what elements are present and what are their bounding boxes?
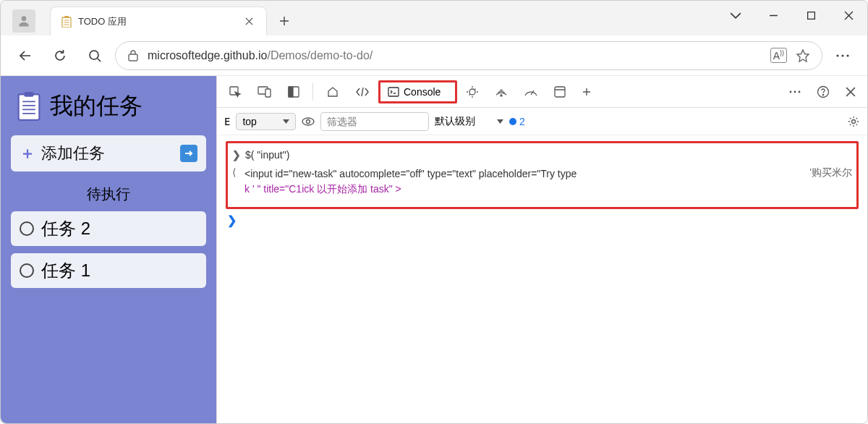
clipboard-icon [17, 91, 41, 122]
svg-line-42 [475, 88, 476, 90]
application-tab-icon[interactable] [547, 80, 573, 103]
svg-rect-22 [19, 94, 40, 119]
window-maximize-button[interactable] [792, 1, 830, 30]
tab-favicon-icon [61, 16, 72, 27]
console-tab[interactable]: Console [378, 80, 457, 103]
live-expression-icon[interactable] [302, 116, 315, 127]
svg-point-50 [790, 90, 792, 93]
svg-point-58 [302, 118, 314, 125]
console-settings-icon[interactable] [847, 115, 860, 128]
svg-rect-23 [24, 92, 33, 97]
address-bar[interactable]: microsoftedge.github.io/Demos/demo-to-do… [115, 41, 822, 70]
read-aloud-icon[interactable]: A)) [770, 48, 787, 63]
issues-indicator[interactable]: 2 [509, 116, 525, 127]
task-item[interactable]: 任务 1 [11, 253, 206, 288]
tab-title: TODO 应用 [78, 15, 236, 28]
profile-avatar[interactable] [12, 9, 35, 33]
svg-point-54 [822, 94, 823, 95]
more-button[interactable] [828, 41, 857, 70]
console-prompt[interactable]: ❯ [226, 209, 859, 227]
content-area: 我的任务 ＋ 添加任务 待执行 任务 2 任务 1 [1, 76, 867, 423]
task-text: 任务 1 [41, 259, 90, 282]
performance-tab-icon[interactable] [516, 81, 545, 103]
todo-app-panel: 我的任务 ＋ 添加任务 待执行 任务 2 任务 1 [1, 76, 216, 423]
elements-tab-icon[interactable] [348, 80, 377, 103]
svg-marker-18 [797, 50, 809, 62]
result-html: <input id="new-task" autocomplete="off" … [244, 166, 801, 197]
issue-dot-icon [509, 118, 516, 125]
svg-point-15 [90, 51, 98, 59]
console-toolbar: E top 默认级别 2 [217, 108, 867, 135]
new-tab-button[interactable] [273, 9, 296, 33]
task-text: 任务 2 [41, 217, 90, 240]
console-command-line: ❯ $( "input") [232, 146, 852, 164]
address-text: microsoftedge.github.io/Demos/demo-to-do… [148, 49, 762, 62]
sources-tab-icon[interactable] [459, 80, 486, 104]
devtools-help-button[interactable] [809, 80, 837, 104]
inspect-tool-icon[interactable] [221, 80, 249, 104]
window-controls [717, 1, 867, 30]
more-tabs-button[interactable] [574, 81, 599, 103]
svg-line-34 [362, 88, 363, 96]
svg-point-21 [846, 54, 848, 56]
plus-icon: ＋ [20, 143, 35, 164]
dock-side-icon[interactable] [281, 80, 307, 103]
tab-close-button[interactable] [242, 14, 256, 29]
favorite-icon[interactable] [796, 48, 810, 63]
svg-rect-33 [289, 87, 293, 97]
devtools-more-button[interactable] [782, 85, 808, 99]
window-chevron-button[interactable] [717, 1, 754, 30]
svg-point-52 [799, 90, 801, 93]
svg-point-51 [794, 90, 796, 93]
sidebar-toggle-icon[interactable]: E [224, 116, 230, 127]
search-button[interactable] [80, 41, 109, 70]
task-checkbox[interactable] [20, 221, 34, 236]
svg-point-19 [836, 54, 838, 56]
log-level-selector[interactable]: 默认级别 [435, 115, 503, 128]
window-close-button[interactable] [830, 1, 867, 30]
console-result-line[interactable]: ⟨ <input id="new-task" autocomplete="off… [232, 164, 852, 200]
svg-marker-60 [497, 119, 503, 124]
task-item[interactable]: 任务 2 [11, 211, 206, 246]
command-text: $( "input") [245, 149, 289, 161]
prompt-icon: ❯ [232, 149, 241, 161]
browser-tab[interactable]: TODO 应用 [50, 7, 267, 35]
svg-point-44 [501, 95, 502, 96]
window-minimize-button[interactable] [754, 1, 792, 30]
svg-marker-57 [283, 119, 289, 124]
svg-point-37 [469, 89, 475, 95]
todo-header: 我的任务 [11, 86, 206, 135]
context-selector[interactable]: top [236, 113, 295, 130]
svg-point-20 [841, 54, 843, 56]
back-button[interactable] [11, 41, 40, 70]
task-checkbox[interactable] [20, 263, 34, 278]
device-toggle-icon[interactable] [250, 80, 279, 103]
devtools-close-button[interactable] [838, 81, 863, 103]
welcome-tab-icon[interactable] [319, 80, 346, 104]
browser-nav-bar: microsoftedge.github.io/Demos/demo-to-do… [1, 35, 867, 76]
filter-input[interactable] [320, 112, 429, 131]
svg-rect-35 [388, 88, 399, 96]
svg-point-59 [306, 119, 310, 123]
svg-point-0 [22, 16, 27, 21]
divider [312, 83, 313, 101]
add-task-row[interactable]: ＋ 添加任务 [11, 135, 206, 171]
svg-rect-31 [265, 89, 271, 97]
refresh-button[interactable] [46, 41, 75, 70]
add-task-label: 添加任务 [41, 143, 174, 164]
console-tab-label: Console [404, 86, 441, 98]
devtools-tab-bar: Console [217, 76, 867, 108]
todo-title: 我的任务 [50, 90, 142, 122]
result-arrow-icon: ⟨ [232, 166, 236, 178]
console-body[interactable]: ❯ $( "input") ⟨ <input id="new-task" aut… [217, 135, 867, 423]
svg-rect-11 [807, 12, 814, 19]
pending-section-label: 待执行 [11, 171, 206, 211]
svg-line-16 [98, 59, 101, 62]
svg-rect-2 [64, 16, 69, 18]
highlighted-console-region: ❯ $( "input") ⟨ <input id="new-task" aut… [226, 141, 859, 209]
network-tab-icon[interactable] [488, 80, 515, 103]
submit-arrow-button[interactable] [180, 145, 197, 162]
browser-tab-bar: TODO 应用 [1, 1, 867, 35]
site-info-icon[interactable] [127, 49, 139, 62]
svg-point-61 [852, 119, 856, 123]
